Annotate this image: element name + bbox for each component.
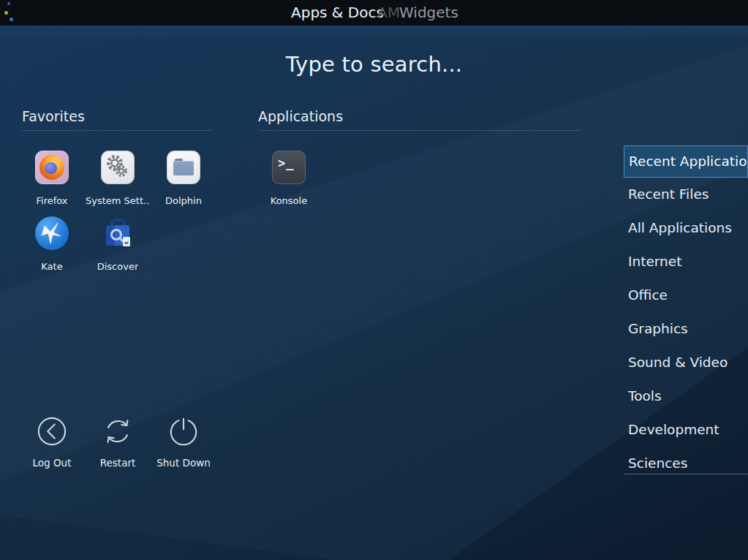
app-label: System Sett…: [86, 195, 150, 206]
session-label: Restart: [100, 457, 136, 469]
tab-apps-and-docs[interactable]: Apps & Docs: [291, 2, 384, 23]
sidebar-end-divider: [624, 474, 748, 474]
app-launcher-konsole[interactable]: >_ Konsole: [256, 148, 322, 206]
logout-button[interactable]: Log Out: [19, 414, 85, 469]
panel-indicator-dot: [10, 18, 13, 21]
app-label: Discover: [97, 261, 139, 272]
app-launcher-system-settings[interactable]: System Sett…: [85, 148, 151, 206]
firefox-icon: [35, 151, 69, 184]
app-label: Konsole: [271, 195, 307, 206]
panel-indicator-dot: [7, 2, 10, 5]
sidebar-item-development[interactable]: Development: [624, 413, 748, 447]
shutdown-button[interactable]: Shut Down: [151, 414, 216, 469]
sidebar-item-sciences[interactable]: Sciences: [624, 447, 748, 480]
tab-widgets[interactable]: Widgets: [399, 2, 458, 23]
favorites-section-title: Favorites: [22, 108, 85, 124]
sidebar-item-tools[interactable]: Tools: [624, 379, 748, 413]
app-label: Dolphin: [165, 195, 202, 206]
app-launcher-discover[interactable]: Discover: [85, 214, 151, 272]
favorites-divider: [22, 130, 213, 131]
session-label: Shut Down: [156, 457, 211, 469]
app-launcher-firefox[interactable]: Firefox: [19, 148, 85, 206]
sidebar-item-recent-files[interactable]: Recent Files: [624, 178, 748, 211]
top-panel: Apps & Docs AM Widgets: [0, 0, 748, 26]
session-label: Log Out: [33, 457, 72, 469]
logout-icon: [37, 416, 67, 447]
search-input[interactable]: Type to search...: [0, 52, 748, 77]
dolphin-icon: [167, 151, 200, 184]
applications-divider: [258, 130, 581, 131]
sidebar-item-graphics[interactable]: Graphics: [624, 312, 748, 346]
sidebar-item-all-applications[interactable]: All Applications: [624, 211, 748, 245]
app-launcher-dolphin[interactable]: Dolphin: [151, 148, 216, 206]
sidebar-item-sound-video[interactable]: Sound & Video: [624, 346, 748, 379]
restart-icon: [102, 416, 133, 447]
sidebar-item-office[interactable]: Office: [624, 279, 748, 312]
panel-clock-ghost: AM: [377, 2, 400, 23]
applications-section-title: Applications: [258, 108, 343, 124]
discover-icon: [101, 216, 135, 250]
panel-indicator-dot: [4, 11, 8, 15]
sidebar-item-recent-applications[interactable]: Recent Applications: [624, 145, 748, 178]
app-label: Firefox: [36, 195, 67, 206]
app-launcher-kate[interactable]: Kate: [19, 214, 85, 272]
system-settings-icon: [101, 151, 135, 184]
sidebar-item-internet[interactable]: Internet: [624, 245, 748, 279]
restart-button[interactable]: Restart: [85, 414, 151, 469]
app-label: Kate: [41, 261, 62, 272]
terminal-prompt-glyph: >_: [278, 156, 294, 170]
shutdown-icon: [168, 416, 199, 447]
konsole-icon: >_: [272, 151, 306, 184]
category-sidebar: Recent Applications Recent Files All App…: [624, 145, 748, 480]
kate-icon: [35, 216, 69, 250]
